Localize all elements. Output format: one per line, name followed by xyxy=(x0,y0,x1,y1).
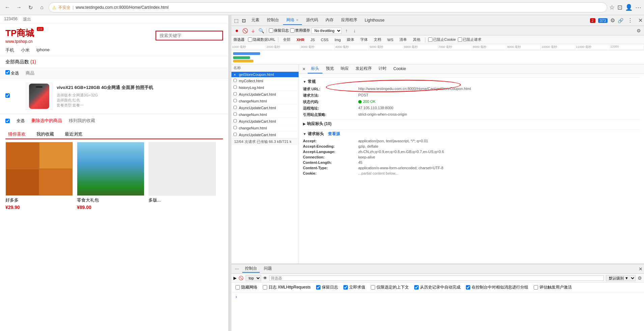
filter-clear-btn[interactable]: 清单 xyxy=(397,37,409,42)
network-row-7[interactable]: changeNum.html xyxy=(231,111,299,118)
nav-item-iphone[interactable]: iphone xyxy=(36,47,50,53)
row-check-3[interactable] xyxy=(233,85,237,89)
search-button[interactable]: 🔍 xyxy=(258,27,264,34)
filter-js-btn[interactable]: JS xyxy=(308,37,317,42)
filter-xhr-btn[interactable]: XHR xyxy=(295,37,306,42)
console-level-selector[interactable]: 默认级别 ▼ xyxy=(606,275,636,281)
autocomplete-option[interactable]: 从历史记录中自动完成 xyxy=(414,284,460,290)
devtools-more-icon[interactable]: ⋮ xyxy=(627,17,633,24)
rec-tab-like[interactable]: 猜你喜欢 xyxy=(5,130,28,139)
detail-tab-initiator[interactable]: 发起程序 xyxy=(352,64,375,73)
blocked-requests-label[interactable]: 已阻止请求 xyxy=(458,37,481,42)
console-play-icon[interactable]: ▶ xyxy=(233,276,236,280)
console-more-icon[interactable]: ⋯ xyxy=(233,265,241,273)
filter-all-btn[interactable]: 全部 xyxy=(281,37,292,42)
preserve-log-checkbox[interactable] xyxy=(269,28,273,33)
address-bar[interactable]: ⚠ 不安全 | www.testingedu.com.cn:8000/Home/… xyxy=(49,2,607,12)
console-eye-icon[interactable]: 👁 xyxy=(263,276,267,280)
network-row-3[interactable]: historyLog.html xyxy=(231,84,299,91)
row-check-7[interactable] xyxy=(233,112,237,116)
home-button[interactable]: ⌂ xyxy=(37,3,47,12)
detail-tab-response[interactable]: 响应 xyxy=(337,64,352,73)
preserve-log-label[interactable]: 保留日志 xyxy=(269,28,289,33)
disable-cache-label[interactable]: 禁用缓存 xyxy=(290,28,310,33)
detail-tab-headers[interactable]: 标头 xyxy=(308,64,323,73)
refresh-button[interactable]: ↻ xyxy=(26,3,35,12)
selected-context-checkbox[interactable] xyxy=(371,285,375,290)
network-row-6[interactable]: AsyncUpdateCart.html xyxy=(231,104,299,111)
nav-item-xiaomi[interactable]: 小米 xyxy=(21,47,30,53)
forward-button[interactable]: → xyxy=(14,3,24,12)
group-similar-option[interactable]: 在控制台中对相似消息进行分组 xyxy=(466,284,528,290)
tab-application[interactable]: 应用程序 xyxy=(338,16,361,25)
request-headers-section[interactable]: ▼ 请求标头 查看源 xyxy=(303,129,640,138)
eager-eval-option[interactable]: 立即求值 xyxy=(343,284,365,290)
move-to-collect-button[interactable]: 移到我的收藏 xyxy=(69,118,95,124)
cast-icon[interactable]: ⊡ xyxy=(617,4,622,11)
preserve-log-console-option[interactable]: 保留日志 xyxy=(316,284,338,290)
filter-doc-btn[interactable]: 文档 xyxy=(372,37,383,42)
tab-console[interactable]: 控制台 xyxy=(263,16,282,25)
view-source-link[interactable]: 查看源 xyxy=(328,131,340,137)
filter-media-btn[interactable]: 媒体 xyxy=(345,37,356,42)
general-section-header[interactable]: ▼ 常规 xyxy=(303,77,640,86)
row-check-10[interactable] xyxy=(233,132,237,137)
devtools-link-icon[interactable]: 🔗 xyxy=(618,18,623,23)
logout-link[interactable]: 退出 xyxy=(23,17,31,22)
preserve-log-console-checkbox[interactable] xyxy=(316,285,320,290)
item-checkbox[interactable] xyxy=(5,93,10,98)
disable-cache-checkbox[interactable] xyxy=(290,28,295,33)
tab-sources[interactable]: 源代码 xyxy=(303,16,321,25)
blocked-cookies-label[interactable]: 已阻止Cookie xyxy=(428,37,456,42)
stop-record-button[interactable]: 🚫 xyxy=(242,27,248,34)
row-check-6[interactable] xyxy=(233,105,237,110)
console-close-button[interactable]: ✕ xyxy=(639,266,643,272)
download-icon[interactable]: ↓ xyxy=(351,27,358,34)
devtools-responsive-icon[interactable]: ⊡ xyxy=(241,17,247,25)
nav-item-phone[interactable]: 手机 xyxy=(5,47,14,53)
hide-network-option[interactable]: 隐藏网络 xyxy=(235,284,257,290)
autocomplete-checkbox[interactable] xyxy=(414,285,419,290)
row-check-2[interactable] xyxy=(233,78,237,83)
search-input[interactable] xyxy=(156,31,223,40)
blocked-requests-checkbox[interactable] xyxy=(458,37,462,42)
console-settings-icon[interactable]: ⚙ xyxy=(638,275,642,281)
delete-selected-button[interactable]: 删除选中的商品 xyxy=(31,118,62,124)
tab-network[interactable]: 网络 ✕ xyxy=(283,16,302,25)
response-headers-section[interactable]: ▶ 响应标头 (10) xyxy=(303,119,640,128)
filter-img-btn[interactable]: Img xyxy=(333,37,343,42)
eval-trigger-option[interactable]: 评估触发用户激活 xyxy=(534,284,572,290)
tab-elements[interactable]: 元素 xyxy=(248,16,263,25)
network-row-9[interactable]: changeNum.html xyxy=(231,125,299,131)
detail-tab-cookie[interactable]: Cookie xyxy=(390,65,409,73)
tab-lighthouse[interactable]: Lighthouse xyxy=(361,17,388,25)
filter-font-btn[interactable]: 字体 xyxy=(358,37,370,42)
detail-tab-preview[interactable]: 预览 xyxy=(323,64,337,73)
blocked-cookies-checkbox[interactable] xyxy=(428,37,432,42)
eval-trigger-checkbox[interactable] xyxy=(534,285,538,290)
close-x-1[interactable]: ✕ xyxy=(233,73,236,77)
devtools-close-button[interactable]: ✕ xyxy=(638,17,643,24)
filter-css-btn[interactable]: CSS xyxy=(319,37,331,42)
log-xmlhttp-option[interactable]: 日志 XMLHttpRequests xyxy=(263,284,311,290)
upload-icon[interactable]: ↑ xyxy=(343,27,350,34)
back-button[interactable]: ← xyxy=(3,3,12,12)
hide-data-urls-checkbox[interactable] xyxy=(248,37,252,42)
network-row-10[interactable]: AsyncUpdateCart.html xyxy=(231,131,299,138)
bookmark-icon[interactable]: ☆ xyxy=(609,4,615,11)
console-filter-input[interactable] xyxy=(269,275,604,281)
console-block-icon[interactable]: 🚫 xyxy=(239,276,244,280)
row-check-5[interactable] xyxy=(233,98,237,103)
hide-data-urls-label[interactable]: 隐藏数据URL xyxy=(248,37,275,42)
detail-tab-timing[interactable]: 计时 xyxy=(375,64,390,73)
filter-other-btn[interactable]: 其他 xyxy=(411,37,422,42)
network-settings-icon[interactable]: ⚙ xyxy=(635,27,642,34)
network-row-5[interactable]: changeNum.html xyxy=(231,98,299,104)
detail-close-btn[interactable]: ✕ xyxy=(300,65,308,73)
group-similar-checkbox[interactable] xyxy=(466,285,470,290)
network-row-4[interactable]: AsyncUpdateCart.html xyxy=(231,91,299,98)
selected-context-option[interactable]: 仅限选定的上下文 xyxy=(371,284,409,290)
devtools-settings-icon[interactable]: ⚙ xyxy=(610,17,615,24)
profile-icon[interactable]: 👤 xyxy=(625,4,633,11)
eager-eval-checkbox[interactable] xyxy=(343,285,348,290)
